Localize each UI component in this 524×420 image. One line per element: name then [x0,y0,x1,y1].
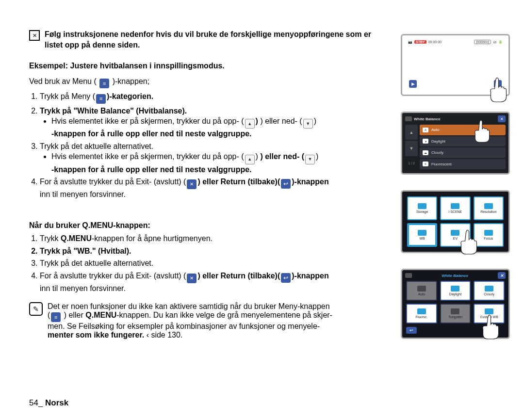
hand-pointer-icon [485,75,511,104]
down-icon [303,119,313,129]
hand-pointer-icon [455,227,482,257]
note-block: ✎ Det er noen funksjoner du ikke kan akt… [29,302,388,339]
q4-pre: For å avslutte trykker du på Exit- (avsl… [40,272,186,280]
s3-b-mid: ) eller ned- ( [260,152,304,161]
q-step-2: Trykk på "WB." (Hvitbal). [40,246,388,257]
wb-label: Cloudy [431,150,443,155]
nav-up-icon[interactable]: ▲ [405,125,418,140]
stby-badge: STBY [414,40,426,44]
hand-pointer-icon [477,312,504,341]
tile-label: Daylight [449,292,461,296]
s3-b-line2: -knappen for å rulle opp eller ned til n… [51,165,252,174]
tile-fluorsc[interactable]: Fluorsc. [406,304,437,323]
remaining-time: [000Min] [474,40,491,44]
elapsed-time: 00:00:00 [428,40,442,44]
s4-post: inn til menyen forsvinner. [40,190,126,198]
q-step-3: Trykk på det aktuelle alternativet. [40,258,388,269]
wb-label: Auto [431,128,439,132]
q4-post: inn til menyen forsvinner. [40,284,126,292]
s4-mid1: ) eller Return (tilbake)( [197,178,280,186]
tile-resolution[interactable]: Resolution [474,196,504,220]
tile-label: Auto [418,292,425,296]
s2-b-line2: -knappen for å rulle opp eller ned til n… [51,129,252,138]
s3-bullet: Hvis elementet ikke er på skjermen, tryk… [51,151,388,175]
page-footer: 54_ Norsk [29,398,68,408]
note-l3: men. Se Feilsøking for eksempler på komb… [48,322,320,330]
tile-label: Focus [484,237,493,240]
note-l2a: ( [48,311,50,319]
tile-wb[interactable]: WB [407,223,437,247]
figure-record-screen: 📷 STBY 00:00:00 [000Min] 🗂 🔋 [401,34,510,96]
wb-grid-title: White Balance [414,274,496,278]
s1-pre: Trykk på Meny ( [40,92,95,100]
figure-wb-grid: White Balance Auto Daylight Cloudy Fluor… [401,269,510,339]
tile-auto[interactable]: Auto [406,281,437,301]
step-4: For å avslutte trykker du på Exit- (avsl… [40,177,388,199]
down-icon [305,155,315,164]
s3-b-pre: Hvis elementet ikke er på skjermen, tryk… [51,152,244,161]
close-icon [187,179,196,189]
return-icon [281,179,291,189]
menu-usage-line: Ved bruk av Menu ( )-knappen; [29,76,388,88]
up-icon [245,119,255,129]
q4-mid1: ) eller Return (tilbake)( [197,272,280,280]
note-l4b: ‹ side 130. [144,331,182,339]
hand-pointer-icon [470,118,494,145]
example-heading: Eksempel: Justere hvitbalansen i innspil… [29,61,388,71]
main-text-column: ✕ Følg instruksjonene nedenfor hvis du v… [29,29,388,339]
wb-item-fluorescent[interactable]: ≡Fluorescent [420,159,506,170]
step-2: Trykk på "White Balance" (Hvitbalanse). … [40,106,388,139]
step-3: Trykk på det aktuelle alternativet. Hvis… [40,141,388,175]
note-l4a: menter som ikke fungerer. [48,331,144,339]
s4-pre: For å avslutte trykker du på Exit- (avsl… [40,178,186,186]
figure-qmenu-grid: Storage i SCENE Resolution WB EV Focus [401,190,510,253]
checkbox-arrows-icon: ✕ [29,30,40,41]
s3-b-post: ) [316,152,318,161]
tile-label: WB [420,237,425,240]
q1-bold: Q.MENU [61,234,92,242]
wb-item-cloudy[interactable]: ☁Cloudy [420,147,506,158]
close-icon [187,274,196,283]
language-label: Norsk [45,398,68,407]
note-l2d: -knappen. Du kan ikke velge de grå menye… [116,311,332,319]
close-icon[interactable] [498,272,506,279]
note-l2c: Q.MENU [85,311,116,319]
return-icon [281,273,291,283]
return-icon[interactable] [406,327,417,334]
note-l1: Det er noen funksjoner du ikke kan aktiv… [48,302,330,310]
q4-mid2: )-knappen [292,272,328,280]
up-icon [245,155,255,164]
tile-label: Fluorsc. [415,315,427,319]
tile-iscene[interactable]: i SCENE [440,196,470,220]
wb-label: Fluorescent [431,162,452,166]
status-bar: 📷 STBY 00:00:00 [000Min] 🗂 🔋 [405,38,506,46]
tile-tungsten[interactable]: Tungsten [440,304,471,323]
tile-label: i SCENE [449,210,462,213]
figures-column: 📷 STBY 00:00:00 [000Min] 🗂 🔋 [399,29,512,339]
page-indicator: 1 / 2 [405,157,418,169]
tile-storage[interactable]: Storage [407,196,437,220]
tile-daylight[interactable]: Daylight [440,281,471,301]
close-icon[interactable] [498,115,506,122]
q-step-4: For å avslutte trykker du på Exit- (avsl… [40,271,388,293]
q-step-1: Trykk Q.MENU-knappen for å åpne hurtigme… [40,233,388,244]
tile-label: Storage [416,210,428,213]
note-icon: ✎ [29,302,43,316]
qmenu-heading: Når du bruker Q.MENU-knappen: [29,220,388,231]
video-mode-icon [405,273,412,278]
s2-b-pre: Hvis elementet ikke er på skjermen, tryk… [51,117,244,125]
tile-label: Tungsten [448,315,462,319]
tile-cloudy[interactable]: Cloudy [474,281,505,301]
step-1: Trykk på Meny ()-kategorien. [40,91,388,103]
s1-post: )-kategorien. [107,92,153,100]
note-l2b: ) eller [62,311,85,319]
intro-text: Følg instruksjonene nedenfor hvis du vil… [45,29,388,50]
s2-bullet: Hvis elementet ikke er på skjermen, tryk… [51,116,388,139]
s3-text: Trykk på det aktuelle alternativet. [40,142,153,150]
menu-usage-suffix: )-knappen; [113,77,150,85]
play-icon[interactable] [409,80,417,88]
q1-post: -knappen for å åpne hurtigmenyen. [92,234,213,242]
nav-down-icon[interactable]: ▼ [405,141,418,156]
s2-text: Trykk på "White Balance" (Hvitbalanse). [40,107,187,115]
tile-label: Resolution [480,210,496,213]
